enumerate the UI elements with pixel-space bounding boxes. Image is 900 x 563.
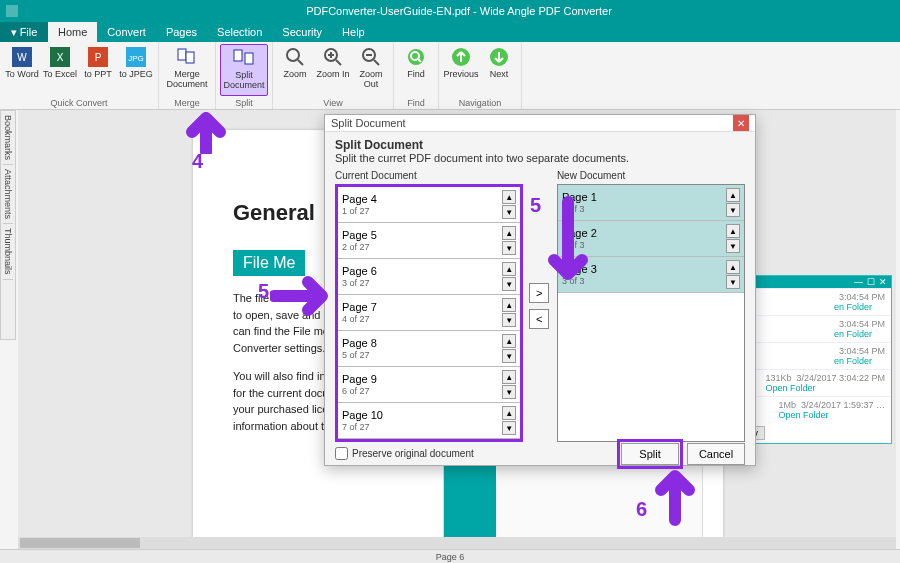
move-up-button[interactable]: ▲ [502, 298, 516, 312]
move-down-button[interactable]: ▼ [502, 205, 516, 219]
transfer-buttons: > < [529, 170, 551, 442]
sidetab-thumbnails[interactable]: Thumbnails [3, 224, 13, 280]
split-icon [233, 47, 255, 69]
dialog-subtext: Split the curret PDF document into two s… [335, 152, 629, 164]
move-down-button[interactable]: ▼ [502, 277, 516, 291]
move-up-button[interactable]: ▲ [502, 262, 516, 276]
preserve-label: Preserve original document [352, 448, 474, 459]
svg-point-13 [287, 49, 299, 61]
maximize-icon[interactable]: ☐ [867, 277, 875, 287]
move-up-button[interactable]: ▲ [502, 370, 516, 384]
svg-text:P: P [95, 52, 102, 63]
zoom-out-button[interactable]: Zoom Out [353, 44, 389, 96]
move-up-button[interactable]: ▲ [502, 334, 516, 348]
group-label-merge: Merge [174, 96, 200, 109]
tab-home[interactable]: Home [48, 22, 97, 42]
page-row[interactable]: Page 63 of 27 ▲ ▼ [338, 259, 520, 295]
next-button[interactable]: Next [481, 44, 517, 96]
zoom-in-icon [322, 46, 344, 68]
split-button[interactable]: Split [621, 443, 679, 465]
move-down-button[interactable]: ▼ [502, 385, 516, 399]
current-pages-list[interactable]: Page 41 of 27 ▲ ▼ Page 52 of 27 ▲ ▼ Page… [335, 184, 523, 442]
move-down-button[interactable]: ▼ [726, 239, 740, 253]
zoom-label: Zoom [283, 70, 306, 80]
sidetab-bookmarks[interactable]: Bookmarks [3, 111, 13, 165]
to-jpeg-button[interactable]: JPG to JPEG [118, 44, 154, 96]
new-pages-list[interactable]: Page 11 of 3 ▲ ▼ Page 22 of 3 ▲ ▼ Page 3… [557, 184, 745, 442]
tab-help[interactable]: Help [332, 22, 375, 42]
tab-convert[interactable]: Convert [97, 22, 156, 42]
horizontal-scrollbar[interactable] [18, 537, 896, 549]
dialog-title: Split Document [331, 117, 406, 129]
page-row[interactable]: Page 22 of 3 ▲ ▼ [558, 221, 744, 257]
word-icon: W [11, 46, 33, 68]
new-document-label: New Document [557, 170, 745, 184]
excel-icon: X [49, 46, 71, 68]
move-up-button[interactable]: ▲ [502, 406, 516, 420]
status-page: Page 6 [436, 552, 465, 562]
previous-button[interactable]: Previous [443, 44, 479, 96]
to-ppt-label: to PPT [84, 70, 112, 80]
minimize-icon[interactable]: — [854, 277, 863, 287]
zoom-button[interactable]: Zoom [277, 44, 313, 96]
move-down-button[interactable]: ▼ [502, 421, 516, 435]
move-down-button[interactable]: ▼ [726, 203, 740, 217]
move-down-button[interactable]: ▼ [502, 313, 516, 327]
preserve-original-checkbox[interactable]: Preserve original document [335, 447, 474, 460]
move-up-button[interactable]: ▲ [726, 188, 740, 202]
zoom-out-icon [360, 46, 382, 68]
zoom-in-button[interactable]: Zoom In [315, 44, 351, 96]
group-label-navigation: Navigation [459, 96, 502, 109]
split-document-dialog: Split Document ✕ Split Document Split th… [324, 114, 756, 466]
move-down-button[interactable]: ▼ [502, 241, 516, 255]
to-excel-button[interactable]: X To Excel [42, 44, 78, 96]
move-down-button[interactable]: ▼ [726, 275, 740, 289]
group-label-quick-convert: Quick Convert [50, 96, 107, 109]
page-row[interactable]: Page 74 of 27 ▲ ▼ [338, 295, 520, 331]
menubar: ▾ File Home Convert Pages Selection Secu… [0, 22, 900, 42]
svg-text:W: W [17, 52, 27, 63]
page-row[interactable]: Page 85 of 27 ▲ ▼ [338, 331, 520, 367]
page-row[interactable]: Page 41 of 27 ▲ ▼ [338, 187, 520, 223]
move-up-button[interactable]: ▲ [726, 224, 740, 238]
page-row[interactable]: Page 107 of 27 ▲ ▼ [338, 403, 520, 439]
move-up-button[interactable]: ▲ [502, 226, 516, 240]
page-row[interactable]: Page 33 of 3 ▲ ▼ [558, 257, 744, 293]
split-document-button[interactable]: Split Document [220, 44, 268, 96]
file-menu[interactable]: ▾ File [0, 22, 48, 42]
tab-security[interactable]: Security [272, 22, 332, 42]
move-up-button[interactable]: ▲ [726, 260, 740, 274]
ribbon-group-view: Zoom Zoom In Zoom Out View [273, 42, 394, 109]
group-label-find: Find [407, 96, 425, 109]
group-label-split: Split [235, 96, 253, 109]
page-row[interactable]: Page 11 of 3 ▲ ▼ [558, 185, 744, 221]
tab-pages[interactable]: Pages [156, 22, 207, 42]
current-document-column: Current Document Page 41 of 27 ▲ ▼ Page … [335, 170, 523, 442]
ribbon-group-merge: Merge Document Merge [159, 42, 216, 109]
page-row[interactable]: Page 96 of 27 ▲ ▼ [338, 367, 520, 403]
move-left-button[interactable]: < [529, 309, 549, 329]
page-row[interactable]: Page 52 of 27 ▲ ▼ [338, 223, 520, 259]
next-icon [488, 46, 510, 68]
merge-document-button[interactable]: Merge Document [163, 44, 211, 96]
preserve-checkbox-input[interactable] [335, 447, 348, 460]
to-ppt-button[interactable]: P to PPT [80, 44, 116, 96]
ribbon-group-quick-convert: W To Word X To Excel P to PPT JPG to JPE… [0, 42, 159, 109]
dialog-titlebar[interactable]: Split Document ✕ [325, 115, 755, 132]
dropdown-icon: ▾ [11, 26, 17, 39]
dialog-close-button[interactable]: ✕ [733, 115, 749, 131]
svg-line-18 [336, 60, 341, 65]
zoom-icon [284, 46, 306, 68]
move-right-button[interactable]: > [529, 283, 549, 303]
tab-selection[interactable]: Selection [207, 22, 272, 42]
cancel-button[interactable]: Cancel [687, 443, 745, 465]
find-button[interactable]: Find [398, 44, 434, 96]
scrollbar-thumb[interactable] [20, 538, 140, 548]
find-label: Find [407, 70, 425, 80]
zoom-out-label: Zoom Out [353, 70, 389, 90]
close-icon[interactable]: ✕ [879, 277, 887, 287]
move-down-button[interactable]: ▼ [502, 349, 516, 363]
sidetab-attachments[interactable]: Attachments [3, 165, 13, 224]
move-up-button[interactable]: ▲ [502, 190, 516, 204]
to-word-button[interactable]: W To Word [4, 44, 40, 96]
